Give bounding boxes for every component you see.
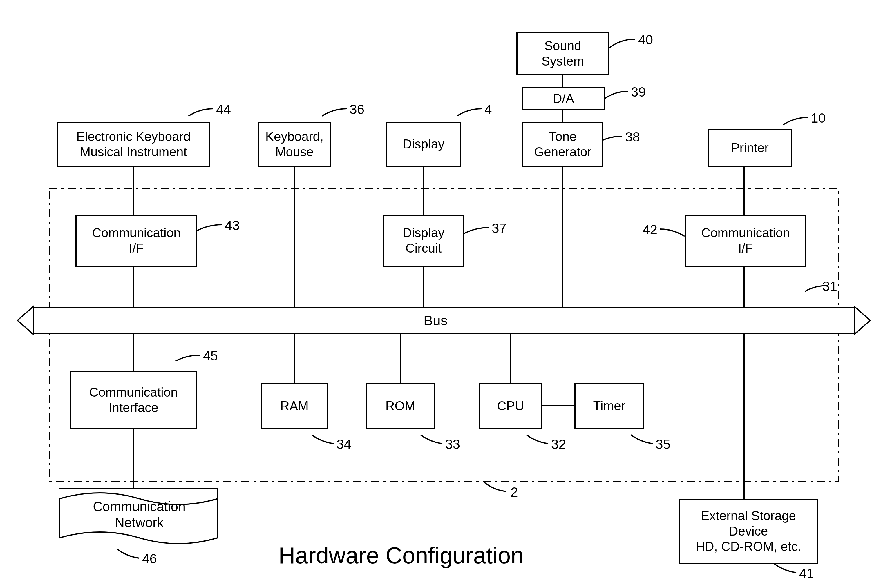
block-ram: RAM	[261, 383, 328, 429]
diagram-stage: SoundSystem D/A ToneGenerator Electronic…	[0, 0, 881, 588]
block-display: Display	[386, 122, 461, 167]
block-cpu: CPU	[479, 383, 543, 429]
block-external-storage: External StorageDeviceHD, CD-ROM, etc.	[679, 499, 818, 564]
comm-network-text: CommunicationNetwork	[87, 499, 191, 531]
block-keyboard-mouse: Keyboard,Mouse	[258, 122, 331, 167]
ref-4: 4	[484, 102, 492, 117]
ref-32: 32	[551, 436, 566, 452]
block-printer: Printer	[708, 129, 792, 167]
block-sound-system: SoundSystem	[516, 32, 609, 75]
svg-marker-1	[17, 306, 33, 334]
ref-2: 2	[511, 484, 518, 500]
ref-37: 37	[492, 220, 507, 236]
block-electronic-keyboard-musical-instrument: Electronic KeyboardMusical Instrument	[57, 122, 210, 167]
block-comm-if-right: CommunicationI/F	[685, 214, 806, 267]
block-tone-generator: ToneGenerator	[522, 122, 603, 167]
block-comm-if-left: CommunicationI/F	[75, 214, 197, 267]
ref-34: 34	[337, 436, 351, 452]
diagram-title: Hardware Configuration	[278, 542, 524, 569]
ref-38: 38	[625, 129, 640, 145]
ref-35: 35	[655, 436, 671, 452]
ref-40: 40	[638, 32, 653, 48]
ref-45: 45	[203, 348, 218, 364]
svg-marker-2	[854, 306, 870, 334]
ref-31: 31	[822, 278, 837, 294]
block-timer: Timer	[574, 383, 644, 429]
ref-44: 44	[216, 102, 231, 117]
ref-39: 39	[631, 84, 646, 100]
ref-43: 43	[225, 218, 240, 233]
ref-10: 10	[811, 110, 825, 126]
block-da: D/A	[522, 87, 605, 110]
ref-42: 42	[642, 222, 657, 237]
ref-33: 33	[445, 436, 460, 452]
block-communication-interface: CommunicationInterface	[70, 371, 197, 429]
block-rom: ROM	[365, 383, 435, 429]
ref-46: 46	[142, 551, 157, 567]
ref-36: 36	[350, 102, 364, 117]
leader-curves	[117, 39, 827, 573]
bus-label: Bus	[424, 312, 448, 328]
block-display-circuit: DisplayCircuit	[383, 214, 464, 267]
ref-41: 41	[799, 566, 814, 581]
